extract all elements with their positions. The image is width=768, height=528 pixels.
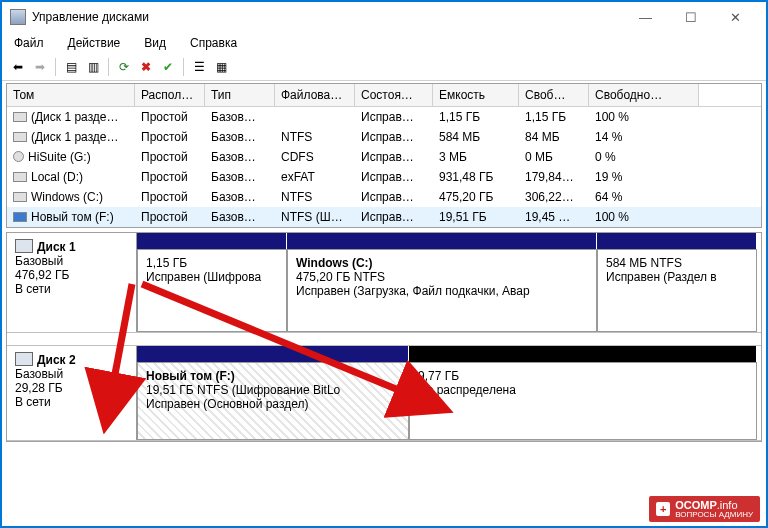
minimize-button[interactable]: — (623, 3, 668, 31)
watermark-tag: ВОПРОСЫ АДМИНУ (675, 511, 753, 519)
disk1-label: Диск 1 (37, 240, 76, 254)
toolbar: ⬅ ➡ ▤ ▥ ⟳ ✖ ✔ ☰ ▦ (2, 54, 766, 81)
volume-icon (13, 212, 27, 222)
volume-icon (13, 151, 24, 162)
partition[interactable]: Новый том (F:)19,51 ГБ NTFS (Шифрование … (137, 362, 409, 440)
layout-top-icon[interactable]: ▤ (61, 57, 81, 77)
col-volume[interactable]: Том (7, 84, 135, 106)
col-free[interactable]: Своб… (519, 84, 589, 106)
disk2-info: Диск 2 Базовый 29,28 ГБ В сети (7, 346, 137, 440)
disk-icon (15, 239, 33, 253)
disk1-size: 476,92 ГБ (15, 268, 128, 282)
table-row[interactable]: Windows (C:)ПростойБазов…NTFSИсправ…475,… (7, 187, 761, 207)
partition[interactable]: 9,77 ГБНе распределена (409, 362, 757, 440)
col-fs[interactable]: Файлова… (275, 84, 355, 106)
disk1-type: Базовый (15, 254, 128, 268)
disk-icon (15, 352, 33, 366)
disk2-size: 29,28 ГБ (15, 381, 128, 395)
layout-bottom-icon[interactable]: ▥ (83, 57, 103, 77)
disk-row-1[interactable]: Диск 1 Базовый 476,92 ГБ В сети 1,15 ГБИ… (7, 233, 761, 333)
col-pct[interactable]: Свободно… (589, 84, 699, 106)
menu-action[interactable]: Действие (64, 34, 125, 52)
disk-row-2[interactable]: Диск 2 Базовый 29,28 ГБ В сети Новый том… (7, 345, 761, 441)
app-icon (10, 9, 26, 25)
delete-icon[interactable]: ✖ (136, 57, 156, 77)
menu-file[interactable]: Файл (10, 34, 48, 52)
close-button[interactable]: ✕ (713, 3, 758, 31)
col-type[interactable]: Тип (205, 84, 275, 106)
window-title: Управление дисками (32, 10, 623, 24)
volume-icon (13, 172, 27, 182)
disk-map: Диск 1 Базовый 476,92 ГБ В сети 1,15 ГБИ… (6, 232, 762, 442)
divider (108, 58, 109, 76)
partition[interactable]: Windows (C:)475,20 ГБ NTFSИсправен (Загр… (287, 249, 597, 332)
maximize-button[interactable]: ☐ (668, 3, 713, 31)
col-layout[interactable]: Распол… (135, 84, 205, 106)
partition[interactable]: 584 МБ NTFSИсправен (Раздел в (597, 249, 757, 332)
disk1-status: В сети (15, 282, 128, 296)
check-icon[interactable]: ✔ (158, 57, 178, 77)
disk2-type: Базовый (15, 367, 128, 381)
col-status[interactable]: Состоя… (355, 84, 433, 106)
menu-help[interactable]: Справка (186, 34, 241, 52)
menu-view[interactable]: Вид (140, 34, 170, 52)
menu-bar: Файл Действие Вид Справка (2, 32, 766, 54)
divider (55, 58, 56, 76)
table-row[interactable]: Новый том (F:)ПростойБазов…NTFS (Ш…Испра… (7, 207, 761, 227)
volume-icon (13, 132, 27, 142)
partition[interactable]: 1,15 ГБИсправен (Шифрова (137, 249, 287, 332)
column-headers: Том Распол… Тип Файлова… Состоя… Емкость… (7, 84, 761, 107)
titlebar: Управление дисками — ☐ ✕ (2, 2, 766, 32)
properties-icon[interactable]: ☰ (189, 57, 209, 77)
watermark: + OCOMP.info ВОПРОСЫ АДМИНУ (649, 496, 760, 522)
disk1-info: Диск 1 Базовый 476,92 ГБ В сети (7, 233, 137, 332)
list-icon[interactable]: ▦ (211, 57, 231, 77)
table-row[interactable]: (Диск 1 разде…ПростойБазов…NTFSИсправ…58… (7, 127, 761, 147)
volume-icon (13, 192, 27, 202)
divider (183, 58, 184, 76)
back-button[interactable]: ⬅ (8, 57, 28, 77)
table-row[interactable]: Local (D:)ПростойБазов…exFATИсправ…931,4… (7, 167, 761, 187)
forward-button[interactable]: ➡ (30, 57, 50, 77)
table-row[interactable]: HiSuite (G:)ПростойБазов…CDFSИсправ…3 МБ… (7, 147, 761, 167)
refresh-icon[interactable]: ⟳ (114, 57, 134, 77)
col-capacity[interactable]: Емкость (433, 84, 519, 106)
disk2-label: Диск 2 (37, 353, 76, 367)
volume-icon (13, 112, 27, 122)
volume-list[interactable]: Том Распол… Тип Файлова… Состоя… Емкость… (6, 83, 762, 228)
plus-icon: + (656, 502, 670, 516)
table-row[interactable]: (Диск 1 разде…ПростойБазов…Исправ…1,15 Г… (7, 107, 761, 127)
disk2-status: В сети (15, 395, 128, 409)
